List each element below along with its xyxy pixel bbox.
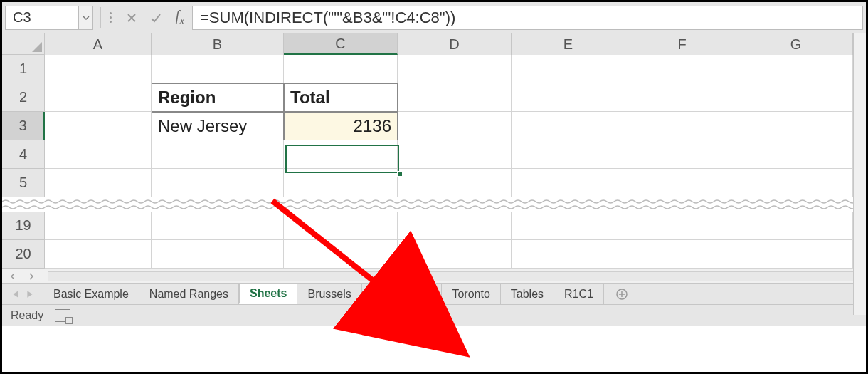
cell-d2[interactable] (398, 83, 512, 112)
spreadsheet-grid: ABCDEFG 12RegionTotal3New Jersey213645 1… (2, 33, 866, 269)
cell-b4[interactable] (152, 140, 284, 169)
cell-d19[interactable] (398, 212, 512, 240)
cell-c3[interactable]: 2136 (284, 112, 398, 140)
cell-e3[interactable] (512, 112, 625, 140)
cell-d3[interactable] (398, 112, 512, 140)
grid-row: 4 (2, 140, 866, 169)
cell-a19[interactable] (45, 212, 152, 240)
cell-g20[interactable] (739, 240, 853, 269)
status-bar: Ready (2, 304, 866, 326)
row-break-indicator (2, 197, 866, 212)
cell-e20[interactable] (512, 240, 625, 269)
column-header-b[interactable]: B (152, 33, 284, 55)
sheet-tab-brussels[interactable]: Brussels (297, 284, 361, 304)
column-header-c[interactable]: C (284, 33, 398, 55)
status-text: Ready (11, 309, 43, 322)
horizontal-scroll-area (2, 269, 866, 283)
grid-row: 19 (2, 212, 866, 240)
row-header-19[interactable]: 19 (2, 212, 45, 240)
cell-a1[interactable] (45, 55, 152, 83)
cell-c4[interactable] (284, 140, 398, 169)
tab-prev-button[interactable] (9, 286, 22, 302)
grid-row: 1 (2, 55, 866, 83)
tab-next-button[interactable] (23, 286, 36, 302)
cell-g19[interactable] (739, 212, 853, 240)
cell-b3[interactable]: New Jersey (152, 112, 284, 140)
cell-g5[interactable] (739, 169, 853, 197)
column-header-g[interactable]: G (739, 33, 853, 55)
cell-c19[interactable] (284, 212, 398, 240)
vertical-scrollbar[interactable] (853, 33, 866, 315)
column-headers: ABCDEFG (2, 33, 866, 55)
grid-rows: 12RegionTotal3New Jersey213645 (2, 55, 866, 197)
macro-record-icon[interactable] (55, 309, 70, 322)
select-all-corner[interactable] (2, 33, 45, 55)
column-header-a[interactable]: A (45, 33, 152, 55)
row-header-3[interactable]: 3 (2, 112, 45, 140)
column-header-e[interactable]: E (512, 33, 625, 55)
cell-f3[interactable] (625, 112, 739, 140)
row-header-20[interactable]: 20 (2, 240, 45, 269)
name-box-dropdown[interactable] (79, 6, 93, 30)
sheet-tab-toronto[interactable]: Toronto (442, 284, 500, 304)
sheet-tab-named-ranges[interactable]: Named Ranges (139, 284, 239, 304)
cell-e1[interactable] (512, 55, 625, 83)
cell-g1[interactable] (739, 55, 853, 83)
cell-g3[interactable] (739, 112, 853, 140)
cell-b19[interactable] (152, 212, 284, 240)
cell-e5[interactable] (512, 169, 625, 197)
sheet-tab-new-jersey[interactable]: New Jersey (362, 284, 443, 304)
cell-b20[interactable] (152, 240, 284, 269)
sheet-tab-sheets[interactable]: Sheets (239, 283, 297, 304)
row-header-5[interactable]: 5 (2, 169, 45, 197)
cell-f1[interactable] (625, 55, 739, 83)
cell-b2[interactable]: Region (152, 83, 284, 112)
cell-f5[interactable] (625, 169, 739, 197)
fill-handle[interactable] (397, 171, 403, 177)
cell-e19[interactable] (512, 212, 625, 240)
cell-e2[interactable] (512, 83, 625, 112)
cancel-formula-button[interactable] (120, 6, 144, 30)
cell-a20[interactable] (45, 240, 152, 269)
name-box[interactable]: C3 (5, 6, 79, 30)
cell-d5[interactable] (398, 169, 512, 197)
formula-input[interactable]: =SUM(INDIRECT("'"&B3&"'!C4:C8")) (192, 6, 863, 30)
cell-g2[interactable] (739, 83, 853, 112)
sheet-tab-r1c1[interactable]: R1C1 (554, 284, 604, 304)
cell-d1[interactable] (398, 55, 512, 83)
cell-g4[interactable] (739, 140, 853, 169)
sheet-tab-basic-example[interactable]: Basic Example (43, 284, 139, 304)
sheet-tab-tables[interactable]: Tables (501, 284, 554, 304)
cell-f20[interactable] (625, 240, 739, 269)
row-header-2[interactable]: 2 (2, 83, 45, 112)
cell-f19[interactable] (625, 212, 739, 240)
insert-function-button[interactable]: fx (168, 6, 192, 30)
scroll-right-button[interactable] (25, 269, 38, 284)
resize-handle[interactable] (105, 7, 115, 28)
cell-a4[interactable] (45, 140, 152, 169)
row-header-4[interactable]: 4 (2, 140, 45, 169)
scroll-first-button[interactable] (6, 269, 19, 284)
cell-a3[interactable] (45, 112, 152, 140)
cell-f4[interactable] (625, 140, 739, 169)
cell-f2[interactable] (625, 83, 739, 112)
cell-c1[interactable] (284, 55, 398, 83)
column-header-d[interactable]: D (398, 33, 512, 55)
cell-d20[interactable] (398, 240, 512, 269)
column-header-f[interactable]: F (625, 33, 739, 55)
cell-a5[interactable] (45, 169, 152, 197)
horizontal-scrollbar[interactable] (48, 271, 862, 281)
cell-c20[interactable] (284, 240, 398, 269)
cell-b1[interactable] (152, 55, 284, 83)
cell-c2[interactable]: Total (284, 83, 398, 112)
cell-b5[interactable] (152, 169, 284, 197)
cell-c5[interactable] (284, 169, 398, 197)
cell-d4[interactable] (398, 140, 512, 169)
new-sheet-button[interactable] (611, 284, 633, 305)
triangle-right-icon (26, 290, 33, 298)
cell-e4[interactable] (512, 140, 625, 169)
enter-formula-button[interactable] (144, 6, 168, 30)
row-header-1[interactable]: 1 (2, 55, 45, 83)
name-box-container: C3 (5, 6, 93, 30)
cell-a2[interactable] (45, 83, 152, 112)
